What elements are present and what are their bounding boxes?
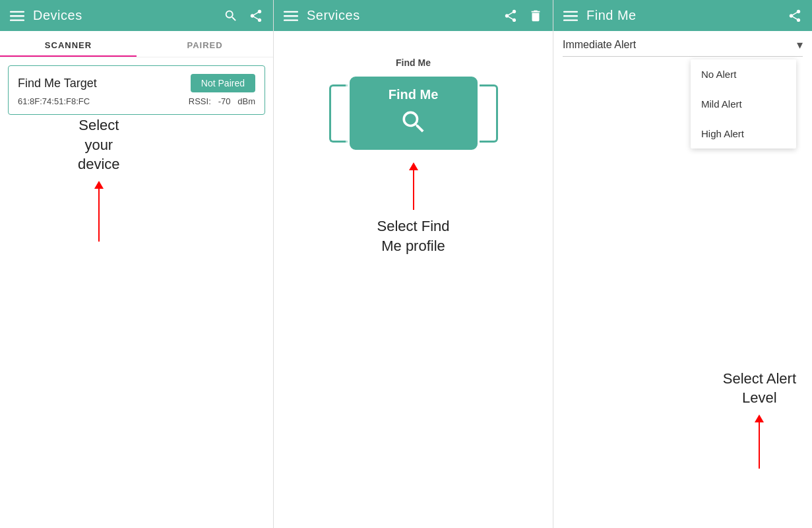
select-profile-annotation: Select Find Me profile bbox=[377, 162, 449, 255]
services-content: Find Me Find Me Select Find Me pro bbox=[274, 31, 553, 528]
select-profile-text: Select Find Me profile bbox=[377, 216, 449, 255]
svg-rect-6 bbox=[563, 11, 578, 12]
device-name: Find Me Target bbox=[18, 77, 97, 90]
find-me-card-title: Find Me bbox=[389, 87, 439, 102]
select-device-annotation: Select your device bbox=[78, 116, 120, 242]
find-me-profile-label: Find Me bbox=[396, 57, 431, 68]
dropdown-arrow[interactable]: ▾ bbox=[797, 38, 803, 52]
device-rssi: RSSI: -70 dBm bbox=[189, 96, 255, 106]
services-title: Services bbox=[307, 8, 495, 23]
share-icon-devices[interactable] bbox=[247, 7, 265, 25]
devices-title: Devices bbox=[33, 8, 215, 23]
svg-rect-3 bbox=[284, 11, 298, 12]
device-mac: 61:8F:74:51:F8:FC bbox=[18, 96, 90, 106]
menu-icon-findme[interactable] bbox=[561, 7, 580, 25]
bracket-left bbox=[329, 84, 348, 143]
devices-panel: Devices SCANNER PAIRED Find Me Target No… bbox=[0, 0, 274, 528]
svg-rect-8 bbox=[563, 19, 578, 20]
not-paired-button[interactable]: Not Paired bbox=[191, 74, 255, 92]
select-device-text: Select your device bbox=[78, 116, 120, 174]
tab-scanner[interactable]: SCANNER bbox=[0, 31, 137, 57]
devices-header: Devices bbox=[0, 0, 273, 31]
share-icon-findme[interactable] bbox=[786, 7, 804, 25]
find-me-search-icon bbox=[399, 108, 428, 139]
share-icon-services[interactable] bbox=[501, 7, 520, 25]
device-card-row1: Find Me Target Not Paired bbox=[18, 74, 255, 92]
profile-arrow bbox=[409, 162, 418, 210]
menu-icon[interactable] bbox=[8, 7, 26, 25]
device-card[interactable]: Find Me Target Not Paired 61:8F:74:51:F8… bbox=[8, 65, 265, 115]
findme-panel: Find Me Immediate Alert ▾ No Alert Mild … bbox=[553, 0, 812, 528]
svg-rect-5 bbox=[284, 19, 298, 20]
findme-content: Immediate Alert ▾ No Alert Mild Alert Hi… bbox=[553, 31, 812, 528]
tabs-bar: SCANNER PAIRED bbox=[0, 31, 273, 57]
delete-icon-services[interactable] bbox=[526, 7, 545, 25]
svg-rect-7 bbox=[563, 15, 578, 16]
svg-rect-2 bbox=[10, 19, 24, 20]
svg-rect-4 bbox=[284, 15, 298, 16]
select-alert-annotation: Select Alert Level bbox=[723, 369, 796, 469]
device-arrow bbox=[94, 181, 104, 242]
dropdown-option-high-alert[interactable]: High Alert bbox=[691, 119, 796, 148]
immediate-alert-row: Immediate Alert ▾ bbox=[563, 38, 803, 57]
dropdown-option-no-alert[interactable]: No Alert bbox=[691, 59, 796, 89]
device-card-row2: 61:8F:74:51:F8:FC RSSI: -70 dBm bbox=[18, 96, 255, 106]
findme-title: Find Me bbox=[586, 8, 779, 23]
select-alert-text: Select Alert Level bbox=[723, 369, 796, 408]
find-me-card-wrapper: Find Me bbox=[329, 75, 498, 152]
bracket-right bbox=[480, 84, 498, 143]
services-header: Services bbox=[274, 0, 553, 31]
alert-arrow bbox=[755, 414, 764, 469]
dropdown-menu: No Alert Mild Alert High Alert bbox=[691, 59, 796, 148]
find-me-card[interactable]: Find Me bbox=[348, 75, 480, 152]
menu-icon-services[interactable] bbox=[282, 7, 300, 25]
services-panel: Services Find Me Find Me bbox=[274, 0, 553, 528]
dropdown-option-mild-alert[interactable]: Mild Alert bbox=[691, 89, 796, 119]
findme-header: Find Me bbox=[553, 0, 812, 31]
immediate-alert-label: Immediate Alert bbox=[563, 39, 797, 51]
svg-rect-1 bbox=[10, 15, 24, 16]
search-icon[interactable] bbox=[222, 7, 240, 25]
svg-rect-0 bbox=[10, 11, 24, 12]
tab-paired[interactable]: PAIRED bbox=[137, 31, 273, 57]
